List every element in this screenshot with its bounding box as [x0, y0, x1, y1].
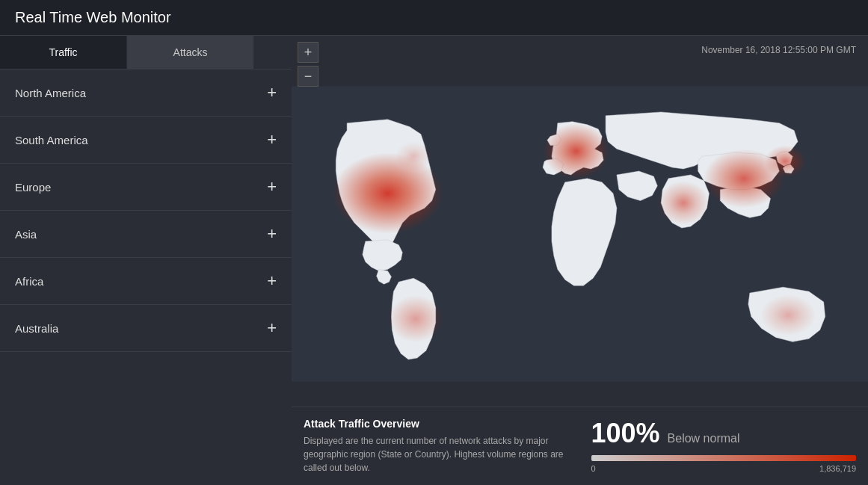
app-title: Real Time Web Monitor: [15, 9, 171, 25]
expand-icon: +: [267, 130, 277, 149]
map-header: November 16, 2018 12:55:00 PM GMT: [292, 36, 868, 61]
region-label: Africa: [15, 275, 43, 288]
map-area: + − November 16, 2018 12:55:00 PM GMT: [292, 36, 868, 485]
overview-description: Displayed are the current number of netw…: [304, 434, 569, 475]
header: Real Time Web Monitor: [0, 0, 868, 36]
region-item-australia[interactable]: Australia +: [0, 305, 292, 352]
region-item-north-america[interactable]: North America +: [0, 69, 292, 117]
region-list: North America + South America + Europe +…: [0, 69, 292, 485]
app-container: Real Time Web Monitor Traffic Attacks No…: [0, 0, 868, 485]
map-container: [292, 61, 868, 407]
svg-point-6: [388, 295, 444, 342]
region-label: Australia: [15, 322, 58, 335]
range-min: 0: [591, 464, 596, 473]
expand-icon: +: [267, 83, 277, 102]
region-label: Europe: [15, 181, 51, 194]
timestamp: November 16, 2018 12:55:00 PM GMT: [701, 45, 856, 55]
stats-percent: 100%: [591, 418, 660, 449]
overview-text-area: Attack Traffic Overview Displayed are th…: [304, 418, 569, 475]
progress-bar-fill: [591, 455, 857, 461]
region-label: Asia: [15, 228, 37, 241]
zoom-in-button[interactable]: +: [298, 42, 318, 63]
tab-traffic[interactable]: Traffic: [0, 36, 127, 69]
region-item-africa[interactable]: Africa +: [0, 258, 292, 305]
zoom-out-button[interactable]: −: [298, 66, 318, 87]
stats-area: 100% Below normal 0 1,836,719: [591, 418, 857, 473]
svg-point-5: [765, 145, 806, 177]
zoom-controls: + −: [298, 42, 318, 87]
region-item-europe[interactable]: Europe +: [0, 164, 292, 211]
svg-point-8: [395, 141, 431, 171]
expand-icon: +: [267, 224, 277, 244]
region-label: North America: [15, 87, 86, 99]
stats-top: 100% Below normal: [591, 418, 857, 449]
svg-point-7: [760, 294, 816, 336]
world-map: [292, 61, 868, 407]
progress-bar: [591, 455, 857, 461]
stats-range: 0 1,836,719: [591, 464, 857, 473]
overview-title: Attack Traffic Overview: [304, 418, 569, 430]
tab-attacks[interactable]: Attacks: [127, 36, 254, 69]
expand-icon: +: [267, 318, 277, 338]
bottom-panel: Attack Traffic Overview Displayed are th…: [292, 407, 868, 485]
expand-icon: +: [267, 271, 277, 291]
region-item-asia[interactable]: Asia +: [0, 211, 292, 258]
stats-status: Below normal: [668, 432, 740, 445]
region-label: South America: [15, 134, 88, 146]
svg-point-4: [657, 181, 709, 225]
svg-point-2: [543, 123, 609, 179]
region-item-south-america[interactable]: South America +: [0, 117, 292, 164]
main-content: Traffic Attacks North America + South Am…: [0, 36, 868, 485]
expand-icon: +: [267, 177, 277, 197]
tab-bar: Traffic Attacks: [0, 36, 292, 69]
sidebar: Traffic Attacks North America + South Am…: [0, 36, 292, 485]
range-max: 1,836,719: [819, 464, 856, 473]
tab-spacer: [254, 36, 292, 69]
